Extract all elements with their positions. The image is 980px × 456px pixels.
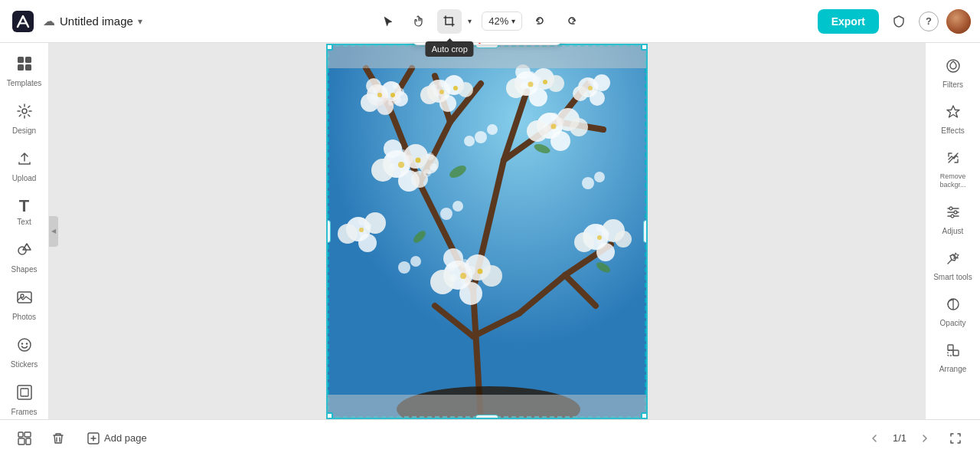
user-avatar[interactable] xyxy=(946,9,971,34)
svg-point-92 xyxy=(404,155,413,164)
export-button[interactable]: Export xyxy=(818,9,879,34)
help-button[interactable]: ? xyxy=(919,11,939,31)
svg-point-139 xyxy=(460,273,466,279)
frames-label: Frames xyxy=(11,408,38,416)
header-right: Export ? xyxy=(818,9,971,34)
right-tool-adjust[interactable]: Adjust xyxy=(929,198,978,241)
app-logo[interactable] xyxy=(9,8,37,35)
redo-button[interactable] xyxy=(559,9,583,34)
crop-handle-topleft[interactable] xyxy=(326,44,333,51)
sidebar-item-frames[interactable]: Frames xyxy=(3,378,46,419)
panel-collapse-handle[interactable]: ◀ xyxy=(49,216,58,247)
right-tool-effects[interactable]: Effects xyxy=(929,98,978,141)
svg-point-100 xyxy=(416,157,421,162)
svg-point-94 xyxy=(389,163,397,171)
crop-handle-topright[interactable] xyxy=(641,44,648,51)
svg-point-105 xyxy=(570,118,588,136)
crop-handle-bottomleft[interactable] xyxy=(326,412,333,419)
header-tools: Auto crop ▾ 42% ▾ xyxy=(149,9,812,34)
right-tool-smart[interactable]: Smart tools xyxy=(929,244,978,287)
prev-page-button[interactable] xyxy=(862,426,887,451)
svg-point-8 xyxy=(21,294,24,297)
sidebar-item-templates[interactable]: Templates xyxy=(3,49,46,93)
crop-handle-bottom-mid[interactable] xyxy=(475,415,498,419)
svg-rect-3 xyxy=(18,64,24,71)
smart-tools-icon xyxy=(946,251,961,270)
canvas-image[interactable] xyxy=(326,44,648,419)
svg-point-144 xyxy=(440,208,452,220)
svg-rect-13 xyxy=(21,389,28,396)
svg-point-97 xyxy=(430,163,437,171)
design-label: Design xyxy=(12,126,36,135)
svg-point-109 xyxy=(543,124,550,132)
arrange-label: Arrange xyxy=(939,365,967,373)
crop-tool-button[interactable]: Auto crop xyxy=(437,9,462,34)
svg-point-5 xyxy=(22,109,27,113)
svg-point-127 xyxy=(597,235,602,240)
sidebar-item-stickers[interactable]: Stickers xyxy=(3,330,46,375)
svg-point-121 xyxy=(574,232,594,252)
right-sidebar: Filters Effects Remove backgr... xyxy=(925,43,980,419)
svg-rect-160 xyxy=(953,350,959,356)
svg-rect-165 xyxy=(26,438,31,445)
opacity-icon xyxy=(946,297,961,316)
hand-tool-button[interactable] xyxy=(407,9,431,34)
adjust-icon xyxy=(946,205,961,224)
svg-point-149 xyxy=(410,256,421,267)
right-tool-filters[interactable]: Filters xyxy=(929,52,978,95)
svg-point-130 xyxy=(430,270,455,294)
header: ☁ Untitled image ▾ Auto crop ▾ xyxy=(0,0,980,43)
select-tool-button[interactable] xyxy=(376,9,400,34)
bottom-bar: Add page 1/1 xyxy=(0,419,980,456)
undo-button[interactable] xyxy=(528,9,553,34)
right-tool-remove-bg[interactable]: Remove backgr... xyxy=(929,144,978,195)
sidebar-item-shapes[interactable]: Shapes xyxy=(3,235,46,280)
svg-point-138 xyxy=(447,264,455,272)
zoom-control[interactable]: 42% ▾ xyxy=(482,11,522,31)
svg-point-81 xyxy=(593,82,599,88)
svg-point-131 xyxy=(459,282,482,305)
crop-handle-left-mid[interactable] xyxy=(326,220,331,243)
svg-point-157 xyxy=(951,215,954,218)
templates-icon xyxy=(16,55,33,76)
canvas-area[interactable]: ◀ Auto crop xyxy=(49,43,925,419)
svg-point-146 xyxy=(582,177,594,189)
sidebar-item-text[interactable]: T Text xyxy=(3,192,46,232)
svg-rect-7 xyxy=(18,292,31,303)
svg-point-141 xyxy=(475,131,487,143)
svg-point-98 xyxy=(423,169,431,177)
flower-background xyxy=(328,45,646,418)
svg-rect-163 xyxy=(24,432,31,437)
file-name[interactable]: Untitled image xyxy=(60,15,133,28)
svg-point-113 xyxy=(338,224,358,244)
right-tool-opacity[interactable]: Opacity xyxy=(929,290,978,333)
shield-button[interactable] xyxy=(887,9,911,34)
delete-page-button[interactable] xyxy=(46,426,70,451)
svg-point-74 xyxy=(528,81,534,87)
thumbnail-view-button[interactable] xyxy=(12,426,37,451)
svg-point-75 xyxy=(543,80,547,84)
sidebar-item-upload[interactable]: Upload xyxy=(3,144,46,189)
right-tool-arrange[interactable]: Arrange xyxy=(929,336,978,379)
svg-rect-164 xyxy=(18,438,24,445)
fit-screen-button[interactable] xyxy=(943,426,968,451)
svg-rect-12 xyxy=(18,385,31,399)
file-chevron-icon[interactable]: ▾ xyxy=(138,16,142,27)
next-page-button[interactable] xyxy=(913,426,937,451)
text-icon: T xyxy=(19,198,29,215)
crop-handle-right-mid[interactable] xyxy=(643,220,648,243)
sidebar-item-photos[interactable]: Photos xyxy=(3,283,46,327)
opacity-label: Opacity xyxy=(940,319,966,327)
add-page-button[interactable]: Add page xyxy=(80,428,155,449)
svg-point-49 xyxy=(388,100,394,106)
svg-point-135 xyxy=(466,266,475,275)
photos-label: Photos xyxy=(12,313,36,321)
effects-icon xyxy=(946,104,961,123)
crop-overlay-top xyxy=(328,45,646,68)
sidebar-item-design[interactable]: Design xyxy=(3,97,46,141)
remove-bg-label: Remove backgr... xyxy=(932,172,975,189)
svg-point-123 xyxy=(615,231,632,248)
svg-point-155 xyxy=(949,207,952,210)
crop-handle-bottomright[interactable] xyxy=(641,412,648,419)
crop-tool-chevron-button[interactable]: ▾ xyxy=(463,9,475,34)
